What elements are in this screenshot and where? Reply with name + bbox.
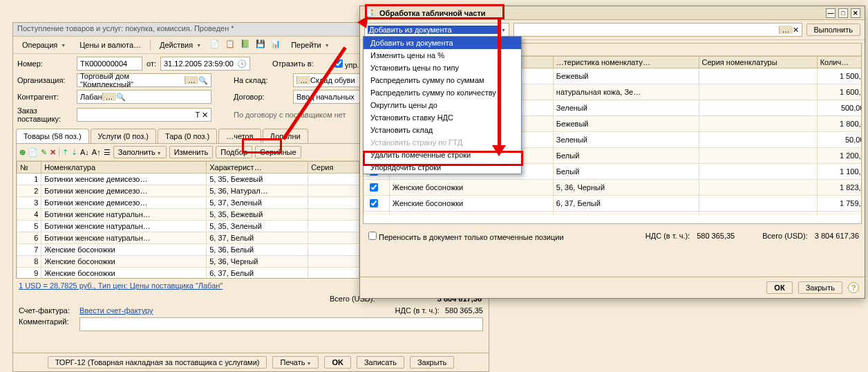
maximize-icon[interactable]: □ [838, 8, 848, 18]
edit-row-icon[interactable]: ✎ [41, 148, 47, 157]
help-icon[interactable]: ? [848, 282, 859, 293]
pcol-char[interactable]: …теристика номенклату… [553, 57, 699, 68]
tab-accounts[interactable]: …четов [218, 129, 261, 143]
dogovor-note: По договору с поставщиком нет [234, 111, 346, 119]
copy-icon[interactable]: 📋 [225, 39, 236, 50]
close-icon[interactable]: ✕ [851, 8, 860, 18]
sf-label: Счет-фактура: [19, 306, 74, 315]
print-button[interactable]: Печать▼ [272, 356, 319, 369]
dogovor-label: Договор: [234, 93, 289, 101]
operation-menu[interactable]: Операция▼ [17, 39, 70, 51]
goto-menu[interactable]: Перейти▼ [286, 39, 334, 51]
reflect-label: Отразить в: [272, 59, 328, 68]
report-icon[interactable]: 📊 [271, 39, 282, 50]
col-n[interactable]: № [17, 162, 41, 174]
list-icon[interactable]: ☰ [104, 148, 111, 157]
table-row[interactable]: Женские босоножки6, 37, Белый1 759,…пара… [364, 196, 862, 212]
action-dropdown[interactable]: Добавить из документа ▼ [364, 23, 509, 37]
chevron-down-icon: ▼ [501, 28, 506, 32]
cmt-field[interactable] [79, 317, 483, 331]
nds-value: 580 365,35 [445, 306, 483, 315]
serial-button[interactable]: Серийные [255, 146, 301, 158]
processing-title-bar: 📑 Обработка табличной части — □ ✕ [360, 6, 865, 20]
org-lookup-icon: … [185, 76, 198, 84]
magnifier-icon: 🔍 [198, 76, 208, 85]
from-label: от: [147, 59, 156, 68]
change-button[interactable]: Изменить [169, 146, 214, 158]
org-field[interactable]: Торговый дом "Комплексный"…🔍 [77, 73, 211, 87]
search-input[interactable]: …✕ [513, 23, 802, 37]
order-label: Заказ поставщику: [17, 106, 73, 123]
processing-title: Обработка табличной части [379, 9, 486, 17]
save-icon[interactable]: 💾 [256, 39, 267, 50]
proc-total-value: 3 804 617,36 [815, 232, 859, 240]
fill-button[interactable]: Заполнить▼ [113, 146, 167, 158]
proc-ok-button[interactable]: ОК [766, 281, 792, 294]
add-row-icon[interactable]: ⊕ [19, 148, 26, 157]
table-row[interactable]: Женские босоножки5, 36, Черный1 823,…пар… [364, 180, 862, 196]
ok-button[interactable]: OK [324, 356, 351, 369]
minimize-icon[interactable]: — [826, 8, 836, 18]
proc-nds-label: НДС (в т. ч.): [645, 232, 690, 240]
wh-label: На склад: [234, 76, 289, 84]
contr-field[interactable]: Лабан…🔍 [77, 90, 211, 104]
pcol-qty[interactable]: Колич… [817, 57, 861, 68]
torg12-button[interactable]: ТОРГ-12 (Товарная накладная за поставщик… [48, 356, 267, 369]
pcol-ser[interactable]: Серия номенклатуры [699, 57, 817, 68]
prices-button[interactable]: Цены и валюта… [75, 39, 146, 51]
add-icon[interactable]: 📄 [210, 39, 221, 50]
contr-label: Контрагент: [17, 93, 73, 101]
proc-close-button[interactable]: Закрыть [798, 281, 842, 294]
actions-menu[interactable]: Действия▼ [155, 39, 206, 51]
tab-services[interactable]: Услуги (0 поз.) [91, 129, 156, 143]
post-icon[interactable]: 📗 [240, 39, 252, 50]
cmt-label: Комментарий: [19, 317, 74, 331]
menu-sort-rows[interactable]: Упорядочить строки [364, 161, 521, 174]
sort-asc-icon[interactable]: A↓ [80, 148, 89, 156]
sort-desc-icon[interactable]: A↑ [92, 148, 101, 156]
table-row[interactable]: Женские ботфорты коричне…6, 38, Бежевый4… [364, 212, 862, 216]
proc-nds-value: 580 365,35 [697, 232, 735, 240]
annotation-arrowhead-2 [492, 145, 506, 156]
number-label: Номер: [17, 59, 73, 68]
add-copy-icon[interactable]: 📄 [28, 148, 38, 157]
org-label: Организация: [17, 76, 73, 84]
delete-row-icon[interactable]: ✕ [50, 148, 56, 157]
tab-tare[interactable]: Тара (0 поз.) [158, 129, 217, 143]
nds-label: НДС (в т. ч.): [395, 306, 440, 315]
proc-total-label: Всего (USD): [762, 232, 808, 240]
annotation-arrow-2 [498, 19, 501, 151]
close-button[interactable]: Закрыть [410, 356, 454, 369]
move-down-icon[interactable]: ⇣ [71, 148, 77, 157]
tab-goods[interactable]: Товары (58 поз.) [16, 129, 89, 143]
magnifier-icon: 🔍 [116, 93, 126, 102]
rate-link[interactable]: 1 USD = 28,7825 руб., Тип цен: Цены пост… [19, 281, 223, 290]
col-nom[interactable]: Номенклатура [41, 162, 207, 174]
number-field[interactable]: ТК000000004 [77, 57, 142, 71]
select-button[interactable]: Подбор [216, 146, 252, 158]
col-ser[interactable]: Серия [308, 162, 359, 174]
date-field[interactable]: 31.12.2005 23:59:00🕓 [160, 57, 250, 71]
clear-icon: ✕ [793, 26, 799, 35]
run-button[interactable]: Выполнить [806, 24, 860, 36]
sf-link[interactable]: Ввести счет-фактуру [79, 306, 153, 315]
transfer-checkbox[interactable]: Переносить в документ только отмеченные … [366, 230, 564, 242]
move-up-icon[interactable]: ⇡ [62, 148, 68, 157]
write-button[interactable]: Записать [357, 356, 404, 369]
order-field[interactable]: T ✕ [77, 108, 211, 122]
col-char[interactable]: Характерист… [207, 162, 308, 174]
doc-bottombar: ТОРГ-12 (Товарная накладная за поставщик… [13, 353, 489, 371]
